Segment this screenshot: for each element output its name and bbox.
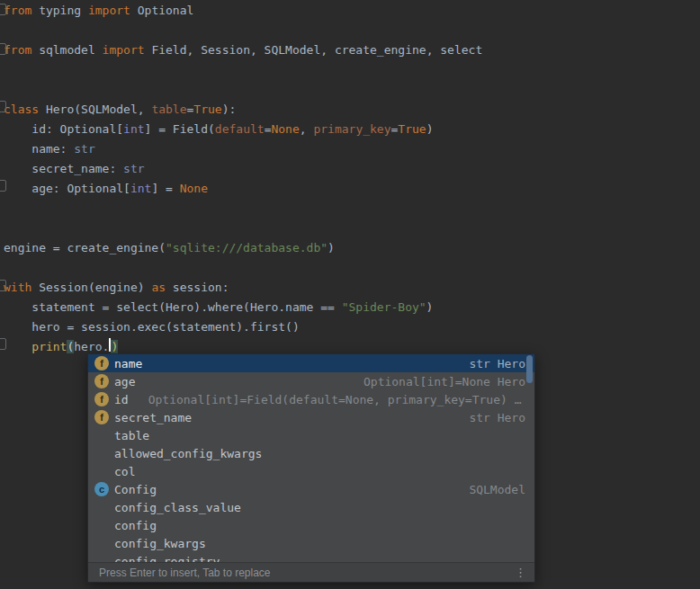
scrollbar-thumb[interactable]	[526, 355, 533, 383]
code-token: ] =	[151, 182, 179, 195]
completion-label: config	[114, 519, 157, 532]
code-line	[4, 21, 700, 40]
field-icon: f	[94, 356, 109, 370]
completion-label: age	[114, 375, 135, 388]
completion-type: str Hero	[469, 411, 525, 424]
code-token: sqlmodel	[31, 43, 102, 57]
code-line	[4, 199, 700, 219]
code-token: int	[130, 182, 151, 195]
code-token: import	[88, 4, 130, 17]
code-token: )	[426, 300, 434, 314]
completion-item[interactable]: col	[88, 462, 534, 480]
code-token: import	[103, 43, 145, 57]
icon-placeholder	[94, 554, 109, 562]
icon-placeholder	[94, 428, 109, 442]
code-token: Session(engine)	[31, 281, 151, 294]
completion-label: col	[114, 465, 135, 478]
code-token: str	[74, 142, 94, 156]
code-line: id: Optional[int] = Field(default=None, …	[4, 120, 700, 139]
kebab-menu-icon[interactable]: ⋮	[515, 566, 526, 579]
code-token: "sqlite:///database.db"	[166, 241, 328, 254]
code-token: from	[4, 43, 31, 57]
completion-item[interactable]: fageOptional[int]=None Hero	[88, 372, 534, 390]
icon-placeholder	[94, 446, 109, 460]
completion-item[interactable]: fnamestr Hero	[88, 354, 534, 372]
code-line: age: Optional[int] = None	[4, 179, 700, 199]
code-line: statement = select(Hero).where(Hero.name…	[4, 298, 700, 317]
code-token: table	[151, 103, 186, 116]
icon-placeholder	[94, 500, 109, 514]
code-line: hero = session.exec(statement).first()	[4, 317, 700, 337]
code-token: )	[111, 340, 118, 353]
icon-placeholder	[94, 464, 109, 478]
code-token: None	[271, 122, 299, 136]
gutter-icon[interactable]	[0, 280, 6, 291]
code-line	[4, 219, 700, 238]
class-icon: c	[94, 482, 109, 496]
completion-list: fnamestr HerofageOptional[int]=None Hero…	[88, 354, 534, 562]
code-token: hero = session.exec(statement).first()	[4, 320, 300, 334]
field-icon: f	[94, 374, 109, 388]
completion-detail: Optional[int]=Field(default=None, primar…	[129, 393, 525, 406]
code-token	[4, 340, 31, 353]
code-line: name: str	[4, 139, 700, 159]
completion-type: Optional[int]=None Hero	[363, 375, 525, 388]
code-token: Hero(SQLModel,	[39, 103, 151, 116]
code-line: with Session(engine) as session:	[4, 278, 700, 298]
code-token: "Spider-Boy"	[342, 300, 426, 314]
code-token: Optional	[130, 4, 193, 17]
code-token: )	[328, 241, 335, 254]
code-token: Field, Session, SQLModel, create_engine,…	[145, 43, 483, 57]
completion-label: config_registry	[114, 555, 220, 563]
gutter-icon[interactable]	[0, 43, 6, 55]
completion-item[interactable]: config_kwargs	[88, 534, 534, 552]
code-token: print	[31, 340, 67, 353]
code-token: int	[123, 122, 144, 136]
code-token: name:	[4, 142, 74, 156]
completion-label: table	[114, 429, 149, 442]
code-line	[4, 258, 700, 278]
gutter-icon[interactable]	[0, 338, 6, 350]
code-token: ):	[222, 103, 237, 116]
completion-popup: fnamestr HerofageOptional[int]=None Hero…	[87, 353, 535, 583]
completion-item[interactable]: table	[88, 426, 534, 444]
completion-label: secret_name	[114, 411, 192, 424]
gutter-icon[interactable]	[0, 101, 6, 112]
completion-item[interactable]: config	[88, 516, 534, 534]
code-editor-window: from typing import Optionalfrom sqlmodel…	[0, 0, 700, 589]
code-line	[4, 60, 700, 80]
field-icon: f	[94, 410, 109, 424]
code-token: session:	[166, 281, 229, 294]
code-token: str	[123, 162, 144, 175]
field-icon: f	[94, 392, 109, 406]
code-token: with	[4, 281, 31, 294]
gutter-icon[interactable]	[0, 180, 6, 192]
code-token: hero.	[74, 340, 109, 353]
code-token: secret_name:	[4, 162, 123, 175]
code-line: class Hero(SQLModel, table=True):	[4, 100, 700, 120]
completion-label: allowed_config_kwargs	[114, 447, 262, 460]
gutter-icon[interactable]	[0, 4, 6, 15]
code-token: class	[4, 103, 39, 116]
completion-item[interactable]: config_registry	[88, 552, 534, 562]
completion-item[interactable]: allowed_config_kwargs	[88, 444, 534, 462]
code-token: primary_key	[313, 122, 390, 136]
completion-footer: Press Enter to insert, Tab to replace ⋮	[88, 562, 534, 582]
icon-placeholder	[94, 536, 109, 550]
completion-item[interactable]: config_class_value	[88, 498, 534, 516]
code-token: True	[193, 103, 221, 116]
code-token: ,	[300, 122, 314, 136]
completion-footer-hint: Press Enter to insert, Tab to replace	[99, 567, 271, 579]
code-token: True	[398, 122, 426, 136]
completion-label: name	[114, 357, 142, 370]
completion-item[interactable]: fidOptional[int]=Field(default=None, pri…	[88, 390, 534, 408]
code-token: id: Optional[	[4, 122, 123, 136]
code-line: secret_name: str	[4, 159, 700, 179]
completion-item[interactable]: fsecret_namestr Hero	[88, 408, 534, 426]
completion-item[interactable]: cConfigSQLModel	[88, 480, 534, 498]
code-token: ] = Field(	[145, 122, 215, 136]
code-token: as	[151, 281, 166, 294]
code-line: from sqlmodel import Field, Session, SQL…	[4, 40, 700, 60]
completion-label: Config	[114, 483, 157, 496]
code-token: )	[426, 122, 434, 136]
